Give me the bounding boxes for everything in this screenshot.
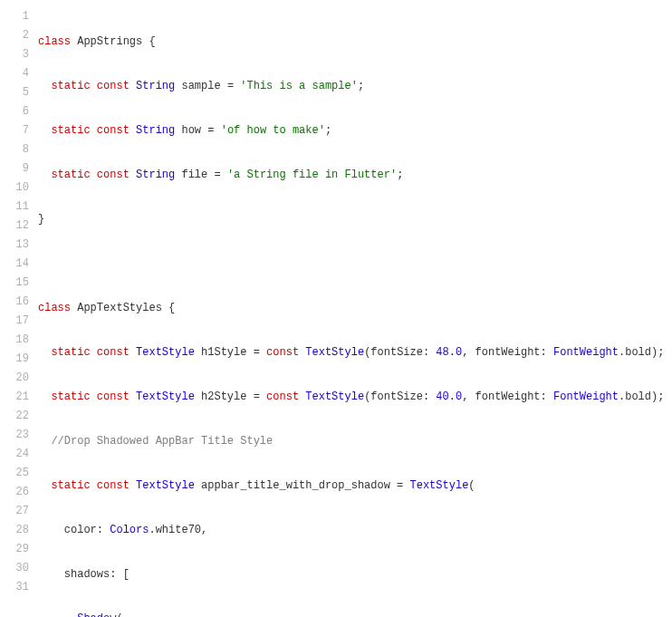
code-editor: 1 2 3 4 5 6 7 8 9 10 11 12 13 14 15 16 1… [0,0,672,617]
line-number: 3 [0,45,29,64]
line-number: 16 [0,293,29,312]
line-number: 10 [0,178,29,198]
line-number: 21 [0,388,29,407]
code-line: static const String file = 'a String fil… [38,166,672,185]
code-line: class AppStrings { [38,33,672,52]
line-number: 17 [0,312,29,331]
line-number: 30 [0,559,29,578]
code-line: color: Colors.white70, [38,521,672,540]
line-number: 13 [0,236,29,255]
line-gutter: 1 2 3 4 5 6 7 8 9 10 11 12 13 14 15 16 1… [0,7,38,617]
line-number: 29 [0,540,29,559]
line-number: 8 [0,140,29,159]
line-number: 4 [0,64,29,83]
line-number: 6 [0,102,29,121]
line-number: 5 [0,83,29,102]
line-number: 18 [0,331,29,350]
code-line: class AppTextStyles { [38,299,672,318]
line-number: 12 [0,217,29,236]
line-number: 2 [0,26,29,45]
code-line: static const String sample = 'This is a … [38,77,672,96]
line-number: 9 [0,159,29,178]
code-line: //Drop Shadowed AppBar Title Style [38,432,672,451]
code-line: static const TextStyle h2Style = const T… [38,388,672,407]
line-number: 1 [0,7,29,26]
line-number: 27 [0,502,29,521]
line-number: 23 [0,426,29,445]
line-number: 26 [0,483,29,502]
line-number: 22 [0,407,29,426]
line-number: 25 [0,464,29,483]
code-line [38,255,672,274]
code-line: } [38,210,672,229]
line-number: 24 [0,445,29,464]
line-number: 15 [0,274,29,293]
code-line: static const TextStyle h1Style = const T… [38,343,672,362]
code-line: Shadow( [38,610,672,617]
line-number: 20 [0,369,29,388]
line-number: 31 [0,578,29,597]
code-line: shadows: [ [38,565,672,584]
code-content[interactable]: class AppStrings { static const String s… [38,7,672,617]
line-number: 19 [0,350,29,369]
line-number: 28 [0,521,29,540]
line-number: 14 [0,255,29,274]
line-number: 7 [0,121,29,140]
code-line: static const String how = 'of how to mak… [38,121,672,140]
line-number: 11 [0,198,29,217]
code-line: static const TextStyle appbar_title_with… [38,477,672,496]
